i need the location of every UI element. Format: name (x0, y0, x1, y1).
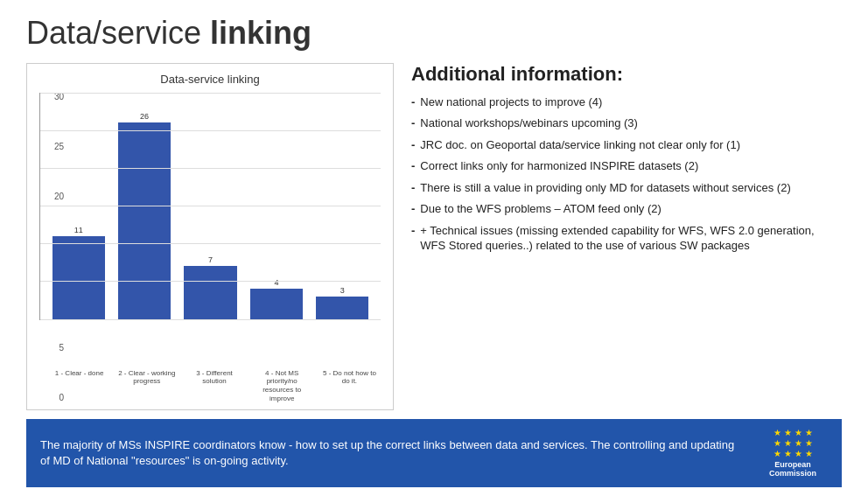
bar-group: 7 (178, 93, 243, 319)
list-item: -There is still a value in providing onl… (411, 180, 842, 196)
bar-group: 3 (310, 93, 375, 319)
list-item: -New national projects to improve (4) (411, 94, 842, 110)
bar-group: 11 (46, 93, 111, 319)
x-labels: 1 - Clear - done2 - Clear - workingprogr… (41, 369, 381, 402)
bullet-text: + Technical issues (missing extended cap… (420, 223, 842, 254)
bullet-dash: - (411, 223, 415, 239)
list-item: -+ Technical issues (missing extended ca… (411, 223, 842, 254)
bullet-text: Correct links only for harmonized INSPIR… (420, 158, 698, 174)
bar-value: 3 (340, 286, 345, 295)
chart-panel: Data-service linking 302520151050 (26, 63, 394, 411)
bar-group: 26 (111, 93, 177, 319)
list-item: -Correct links only for harmonized INSPI… (411, 158, 842, 174)
footer-banner: The majority of MSs INSPIRE coordinators… (26, 419, 842, 487)
bullet-text: Due to the WFS problems – ATOM feed only… (420, 201, 662, 217)
bar-group: 4 (243, 93, 309, 319)
bullet-dash: - (411, 137, 415, 153)
content-row: Data-service linking 302520151050 (26, 63, 842, 411)
bar-value: 7 (208, 255, 213, 264)
bullet-dash: - (411, 201, 415, 217)
list-item: -Due to the WFS problems – ATOM feed onl… (411, 201, 842, 217)
info-title: Additional information: (411, 63, 842, 86)
bar-value: 11 (74, 226, 83, 234)
bullet-dash: - (411, 180, 415, 196)
bullet-text: JRC doc. on Geoportal data/service linki… (420, 137, 740, 153)
bullet-list: -New national projects to improve (4)-Na… (411, 94, 842, 260)
x-label: 2 - Clear - workingprogress (116, 369, 178, 402)
info-panel: Additional information: -New national pr… (411, 63, 842, 411)
x-label: 3 - Differentsolution (183, 369, 245, 402)
title-normal: Data/service (26, 15, 210, 51)
list-item: -JRC doc. on Geoportal data/service link… (411, 137, 842, 153)
bar (184, 266, 236, 318)
bar (52, 236, 105, 319)
list-item: -National workshops/webinars upcoming (3… (411, 115, 842, 131)
x-label: 5 - Do not how todo it. (318, 369, 381, 402)
gridline (40, 319, 381, 320)
bullet-text: National workshops/webinars upcoming (3) (420, 115, 638, 131)
chart-title: Data-service linking (39, 73, 381, 86)
bar-value: 26 (140, 112, 149, 121)
bullet-dash: - (411, 94, 415, 110)
title-bold: linking (210, 15, 312, 51)
page-container: Data/service linking Data-service linkin… (0, 0, 868, 496)
footer-text: The majority of MSs INSPIRE coordinators… (40, 437, 744, 469)
bar (316, 297, 368, 319)
x-label: 4 - Not MSpriority/noresources toimprove (251, 369, 313, 402)
page-title: Data/service linking (26, 16, 842, 51)
y-label: 5 (59, 344, 64, 353)
chart-area: 302520151050 1126743 (39, 93, 381, 403)
bars-row: 1126743 (40, 93, 381, 319)
bullet-dash: - (411, 115, 415, 131)
bar-value: 4 (274, 278, 278, 287)
eu-logo-text: EuropeanCommission (769, 461, 816, 479)
bullet-dash: - (411, 158, 415, 174)
bullet-text: There is still a value in providing only… (420, 180, 790, 196)
y-label: 0 (59, 394, 64, 402)
bar (118, 122, 171, 318)
eu-logo: ★ ★ ★ ★ ★ ★ ★ ★ ★ ★ ★ ★ EuropeanCommissi… (758, 428, 828, 479)
bullet-text: New national projects to improve (4) (420, 94, 602, 110)
eu-stars: ★ ★ ★ ★ ★ ★ ★ ★ ★ ★ ★ ★ (772, 428, 814, 459)
bar (250, 289, 303, 319)
